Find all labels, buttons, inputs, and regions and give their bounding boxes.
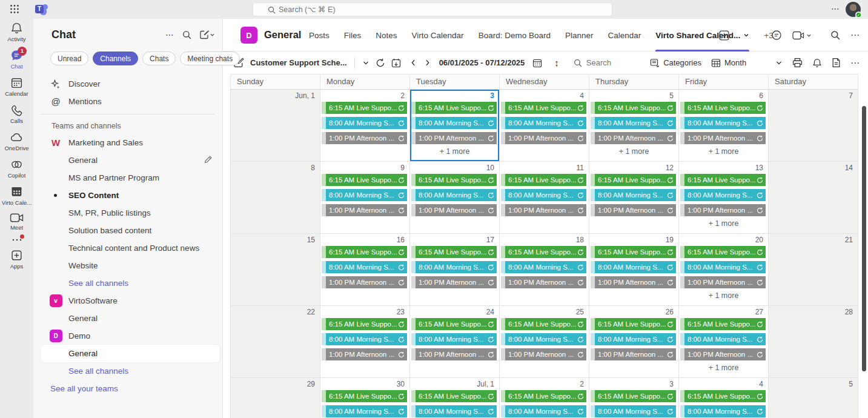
event-morning[interactable]: 8:00 AM Morning S... <box>501 189 586 201</box>
app-launcher-icon[interactable] <box>10 4 19 14</box>
tab-posts[interactable]: Posts <box>309 19 330 51</box>
event-live[interactable]: 6:15 AM Live Suppo... <box>591 318 676 330</box>
rail-item-more[interactable] <box>0 234 33 246</box>
event-morning[interactable]: 8:00 AM Morning S... <box>501 333 586 345</box>
channel-general[interactable]: General <box>41 345 220 362</box>
event-afternoon[interactable]: 1:00 PM Afternoon ... <box>591 132 676 144</box>
day-cell-12[interactable]: 126:15 AM Live Suppo...8:00 AM Morning S… <box>589 162 679 234</box>
event-morning[interactable]: 8:00 AM Morning S... <box>591 405 676 417</box>
day-cell-7[interactable]: 7 <box>769 90 858 162</box>
day-cell-17[interactable]: 176:15 AM Live Suppo...8:00 AM Morning S… <box>410 234 500 306</box>
more-events-link[interactable]: + 1 more <box>589 147 678 156</box>
day-cell-14[interactable]: 14 <box>769 162 858 234</box>
chat-search-icon[interactable] <box>182 30 191 39</box>
event-live[interactable]: 6:15 AM Live Suppo... <box>680 174 766 186</box>
day-cell-2[interactable]: 26:15 AM Live Suppo...8:00 AM Morning S.… <box>500 378 589 418</box>
sidebar-item-mentions[interactable]: @Mentions <box>33 93 222 110</box>
event-morning[interactable]: 8:00 AM Morning S... <box>411 189 497 201</box>
event-live[interactable]: 6:15 AM Live Suppo... <box>591 174 676 186</box>
event-afternoon[interactable]: 1:00 PM Afternoon ... <box>591 204 676 216</box>
day-cell-24[interactable]: 246:15 AM Live Suppo...8:00 AM Morning S… <box>410 306 500 378</box>
team-virtosoftware[interactable]: vVirtoSoftware <box>33 292 222 310</box>
day-cell-9[interactable]: 96:15 AM Live Suppo...8:00 AM Morning S.… <box>320 162 410 234</box>
next-period-icon[interactable] <box>423 59 431 67</box>
event-live[interactable]: 6:15 AM Live Suppo... <box>411 174 497 186</box>
meet-now-icon[interactable] <box>792 31 812 40</box>
team-demo[interactable]: DDemo <box>33 327 222 345</box>
day-cell-3[interactable]: 36:15 AM Live Suppo...8:00 AM Morning S.… <box>410 90 500 162</box>
event-morning[interactable]: 8:00 AM Morning S... <box>591 189 676 201</box>
filter-pill-chats[interactable]: Chats <box>142 51 176 65</box>
event-afternoon[interactable]: 1:00 PM Afternoon ... <box>591 276 676 288</box>
expand-rows-icon[interactable]: ↕ <box>554 58 559 68</box>
prev-period-icon[interactable] <box>409 59 417 67</box>
day-cell-8[interactable]: 8 <box>231 162 320 234</box>
event-morning[interactable]: 8:00 AM Morning S... <box>322 333 407 345</box>
event-live[interactable]: 6:15 AM Live Suppo... <box>411 318 497 330</box>
day-cell-21[interactable]: 21 <box>769 234 858 306</box>
day-cell-3[interactable]: 36:15 AM Live Suppo...8:00 AM Morning S.… <box>589 378 679 418</box>
event-live[interactable]: 6:15 AM Live Suppo... <box>322 390 407 402</box>
day-cell-2[interactable]: 26:15 AM Live Suppo...8:00 AM Morning S.… <box>320 90 410 162</box>
tab-board-demo-board[interactable]: Board: Demo Board <box>479 19 551 51</box>
day-cell-18[interactable]: 186:15 AM Live Suppo...8:00 AM Morning S… <box>500 234 589 306</box>
global-search[interactable] <box>253 2 612 16</box>
threads-icon[interactable] <box>771 30 782 41</box>
rail-item-apps[interactable]: Apps <box>0 246 33 273</box>
day-cell-26[interactable]: 266:15 AM Live Suppo...8:00 AM Morning S… <box>589 306 679 378</box>
rail-item-activity[interactable]: Activity <box>0 19 33 46</box>
event-afternoon[interactable]: 1:00 PM Afternoon ... <box>591 348 676 360</box>
event-afternoon[interactable]: 1:00 PM Afternoon ... <box>411 132 497 144</box>
day-cell-22[interactable]: 22 <box>231 306 320 378</box>
event-live[interactable]: 6:15 AM Live Suppo... <box>322 246 407 258</box>
notifications-icon[interactable] <box>812 58 822 68</box>
event-afternoon[interactable]: 1:00 PM Afternoon ... <box>680 348 766 360</box>
rail-item-calendar[interactable]: Calendar <box>0 73 33 101</box>
event-live[interactable]: 6:15 AM Live Suppo... <box>501 246 586 258</box>
channel-ms-and-partner-program[interactable]: MS and Partner Program <box>33 169 222 187</box>
channel-technical-content-and-product-news[interactable]: Technical content and Product news <box>33 239 222 257</box>
filter-pill-meeting-chats[interactable]: Meeting chats <box>180 51 240 65</box>
event-live[interactable]: 6:15 AM Live Suppo... <box>591 102 676 114</box>
day-cell-30[interactable]: 306:15 AM Live Suppo...8:00 AM Morning S… <box>320 378 410 418</box>
day-cell-5[interactable]: 56:15 AM Live Suppo...8:00 AM Morning S.… <box>589 90 679 162</box>
tab-virto-calendar[interactable]: Virto Calendar <box>412 19 464 51</box>
user-avatar[interactable]: ✓ <box>846 2 861 17</box>
event-live[interactable]: 6:15 AM Live Suppo... <box>680 246 766 258</box>
tab-files[interactable]: Files <box>344 19 362 51</box>
refresh-icon[interactable] <box>376 58 385 68</box>
new-chat-icon[interactable] <box>200 30 215 39</box>
day-cell-28[interactable]: 28 <box>769 306 858 378</box>
event-afternoon[interactable]: 1:00 PM Afternoon ... <box>322 348 407 360</box>
event-morning[interactable]: 8:00 AM Morning S... <box>322 117 407 129</box>
day-cell-13[interactable]: 136:15 AM Live Suppo...8:00 AM Morning S… <box>679 162 769 234</box>
event-morning[interactable]: 8:00 AM Morning S... <box>680 405 766 417</box>
more-events-link[interactable]: + 1 more <box>679 219 768 228</box>
day-cell-15[interactable]: 15 <box>231 234 320 306</box>
event-live[interactable]: 6:15 AM Live Suppo... <box>411 390 497 402</box>
event-morning[interactable]: 8:00 AM Morning S... <box>322 261 407 273</box>
sidebar-item-discover[interactable]: Discover <box>33 75 222 93</box>
filter-pill-unread[interactable]: Unread <box>50 51 88 65</box>
day-cell-jun-1[interactable]: Jun, 1 <box>231 90 320 162</box>
event-live[interactable]: 6:15 AM Live Suppo... <box>680 318 766 330</box>
more-events-link[interactable]: + 1 more <box>679 291 768 300</box>
tab-calendar[interactable]: Calendar <box>608 19 641 51</box>
event-live[interactable]: 6:15 AM Live Suppo... <box>501 174 586 186</box>
event-live[interactable]: 6:15 AM Live Suppo... <box>591 246 676 258</box>
channel-seo-content[interactable]: SEO Content <box>33 187 222 204</box>
event-morning[interactable]: 8:00 AM Morning S... <box>680 333 766 345</box>
event-morning[interactable]: 8:00 AM Morning S... <box>501 261 586 273</box>
event-morning[interactable]: 8:00 AM Morning S... <box>411 117 497 129</box>
filter-pill-channels[interactable]: Channels <box>93 51 138 65</box>
calendar-search[interactable] <box>574 58 641 67</box>
global-search-input[interactable] <box>279 5 594 14</box>
event-live[interactable]: 6:15 AM Live Suppo... <box>322 174 407 186</box>
event-morning[interactable]: 8:00 AM Morning S... <box>591 333 676 345</box>
event-live[interactable]: 6:15 AM Live Suppo... <box>322 102 407 114</box>
event-afternoon[interactable]: 1:00 PM Afternoon ... <box>680 276 766 288</box>
day-cell-11[interactable]: 116:15 AM Live Suppo...8:00 AM Morning S… <box>500 162 589 234</box>
event-afternoon[interactable]: 1:00 PM Afternoon ... <box>322 204 407 216</box>
event-live[interactable]: 6:15 AM Live Suppo... <box>680 390 766 402</box>
channel-website[interactable]: Website <box>33 257 222 274</box>
